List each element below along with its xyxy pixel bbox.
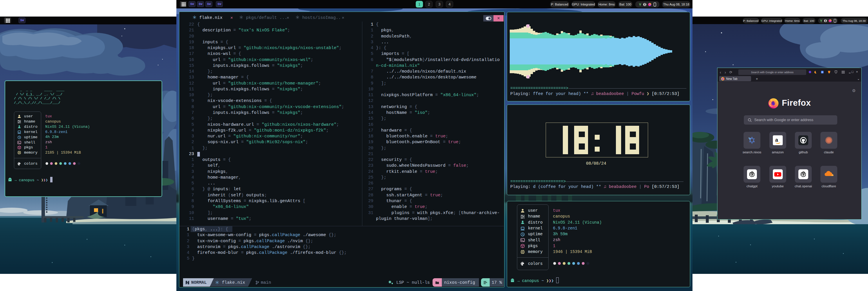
- svg-text:B: B: [822, 71, 823, 74]
- svg-text:a: a: [775, 137, 778, 143]
